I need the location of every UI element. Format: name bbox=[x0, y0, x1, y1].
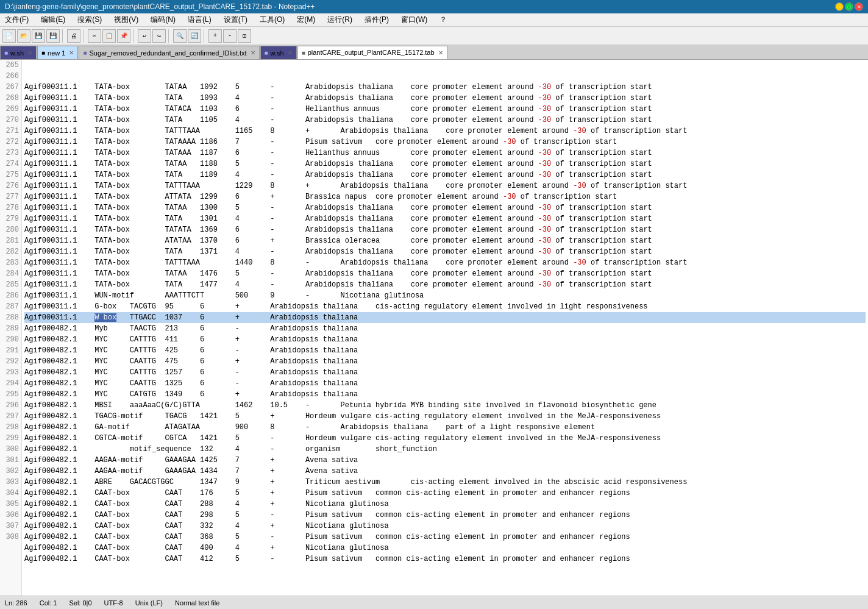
toolbar-find[interactable]: 🔍 bbox=[173, 29, 187, 43]
code-line-265[interactable]: Agif000311.1 TATA-box TATAA 1092 5 - Ara… bbox=[24, 82, 866, 93]
title-text: D:\jianfeng-gene-family\gene_promoter\pl… bbox=[5, 2, 315, 11]
tab-close[interactable]: ✕ bbox=[438, 49, 443, 56]
code-line-282[interactable]: Agif000311.1 TATA-box TATAA 1476 5 - Ara… bbox=[24, 268, 866, 279]
code-line-278[interactable]: Agif000311.1 TATA-box TATATA 1369 6 - Ar… bbox=[24, 224, 866, 235]
tab-plantcare[interactable]: ■ plantCARE_output_PlantCARE_15172.tab ✕ bbox=[297, 46, 447, 59]
code-line-294[interactable]: Agif000482.1 MBSI aaaAaaC(G/C)GTTA 1462 … bbox=[24, 400, 866, 411]
menu-item-f[interactable]: 文件(F) bbox=[2, 14, 31, 26]
menu-item-l[interactable]: 语言(L) bbox=[185, 14, 214, 26]
menu-item-e[interactable]: 编辑(E) bbox=[38, 14, 68, 26]
toolbar-print[interactable]: 🖨 bbox=[67, 29, 80, 43]
tab-wsh-2[interactable]: ■ w.sh ✕ bbox=[260, 46, 297, 59]
code-line-305[interactable]: Agif000482.1 CAAT-box CAAT 332 4 + Nicot… bbox=[24, 521, 866, 532]
code-line-273[interactable]: Agif000311.1 TATA-box TATA 1189 4 - Arab… bbox=[24, 169, 866, 180]
menu-item-n[interactable]: 编码(N) bbox=[148, 14, 178, 26]
code-line-279[interactable]: Agif000311.1 TATA-box ATATAA 1370 6 + Br… bbox=[24, 235, 866, 246]
code-line-296[interactable]: Agif000482.1 GA-motif ATAGATAA 900 8 - A… bbox=[24, 422, 866, 433]
tab-icon-shell2: ■ bbox=[265, 49, 268, 56]
code-line-295[interactable]: Agif000482.1 TGACG-motif TGACG 1421 5 + … bbox=[24, 411, 866, 422]
code-line-275[interactable]: Agif000311.1 TATA-box ATTATA 1299 6 + Br… bbox=[24, 191, 866, 202]
toolbar-copy[interactable]: 📋 bbox=[102, 29, 116, 43]
menu-item-m[interactable]: 宏(M) bbox=[294, 14, 318, 26]
menu-item-o[interactable]: 工具(O) bbox=[257, 14, 287, 26]
code-line-301[interactable]: Agif000482.1 ABRE GACACGTGGC 1347 9 + Tr… bbox=[24, 477, 866, 488]
code-line-281[interactable]: Agif000311.1 TATA-box TATTTAAA 1440 8 - … bbox=[24, 257, 866, 268]
lines-container[interactable]: 2652662672682692702712722732742752762772… bbox=[0, 60, 868, 596]
code-line-302[interactable]: Agif000482.1 CAAT-box CAAT 176 5 + Pisum… bbox=[24, 488, 866, 499]
text-area[interactable]: Agif000311.1 TATA-box TATAA 1092 5 - Ara… bbox=[22, 60, 868, 596]
code-line-274[interactable]: Agif000311.1 TATA-box TATTTAAA 1229 8 + … bbox=[24, 180, 866, 191]
menu-item-s[interactable]: 搜索(S) bbox=[75, 14, 104, 26]
code-line-285[interactable]: Agif000311.1 G-box TACGTG 95 6 + Arabido… bbox=[24, 301, 866, 312]
code-line-300[interactable]: Agif000482.1 AAGAA-motif GAAAGAA 1434 7 … bbox=[24, 466, 866, 477]
toolbar-replace[interactable]: 🔄 bbox=[188, 29, 201, 43]
line-number-295: 295 bbox=[0, 389, 21, 400]
code-line-284[interactable]: Agif000311.1 WUN-motif AAATTTCTT 500 9 -… bbox=[24, 290, 866, 301]
toolbar-new[interactable]: 📄 bbox=[2, 29, 16, 43]
menu-item-v[interactable]: 视图(V) bbox=[112, 14, 141, 26]
code-line-299[interactable]: Agif000482.1 AAGAA-motif GAAAGAA 1425 7 … bbox=[24, 455, 866, 466]
toolbar-paste[interactable]: 📌 bbox=[117, 29, 130, 43]
code-line-303[interactable]: Agif000482.1 CAAT-box CAAT 288 4 + Nicot… bbox=[24, 499, 866, 510]
code-line-266[interactable]: Agif000311.1 TATA-box TATA 1093 4 - Arab… bbox=[24, 93, 866, 104]
code-line-287[interactable]: Agif000482.1 Myb TAACTG 213 6 - Arabidop… bbox=[24, 323, 866, 334]
line-number-300: 300 bbox=[0, 444, 21, 455]
toolbar-redo[interactable]: ↪ bbox=[152, 29, 166, 43]
code-line-269[interactable]: Agif000311.1 TATA-box TATTTAAA 1165 8 + … bbox=[24, 126, 866, 137]
code-line-298[interactable]: Agif000482.1 motif_sequence 132 4 - orga… bbox=[24, 444, 866, 455]
code-line-307[interactable]: Agif000482.1 CAAT-box CAAT 400 4 + Nicot… bbox=[24, 543, 866, 554]
line-number-285: 285 bbox=[0, 279, 21, 290]
code-line-280[interactable]: Agif000311.1 TATA-box TATA 1371 4 - Arab… bbox=[24, 246, 866, 257]
menu-item-[interactable]: ？ bbox=[437, 14, 449, 26]
tab-sugar[interactable]: ■ Sugar_removed_redundant_and_confirmed_… bbox=[79, 46, 259, 59]
tab-close[interactable]: ✕ bbox=[288, 49, 293, 56]
toolbar-undo[interactable]: ↩ bbox=[138, 29, 151, 43]
code-line-268[interactable]: Agif000311.1 TATA-box TATA 1105 4 - Arab… bbox=[24, 115, 866, 126]
code-line-291[interactable]: Agif000482.1 MYC CATTTG 1257 6 - Arabido… bbox=[24, 367, 866, 378]
code-line-306[interactable]: Agif000482.1 CAAT-box CAAT 368 5 - Pisum… bbox=[24, 532, 866, 543]
code-line-292[interactable]: Agif000482.1 MYC CAATTG 1325 6 - Arabido… bbox=[24, 378, 866, 389]
code-line-289[interactable]: Agif000482.1 MYC CATTTG 425 6 - Arabidop… bbox=[24, 345, 866, 356]
menu-item-p[interactable]: 插件(P) bbox=[362, 14, 391, 26]
code-line-271[interactable]: Agif000311.1 TATA-box TATAAA 1187 6 - He… bbox=[24, 148, 866, 158]
toolbar-zoomin[interactable]: + bbox=[208, 29, 222, 43]
toolbar-save[interactable]: 💾 bbox=[32, 29, 45, 43]
close-button[interactable]: ✕ bbox=[855, 2, 863, 11]
code-line-286[interactable]: Agif000311.1 W box TTGACC 1037 6 + Arabi… bbox=[24, 312, 866, 323]
code-line-288[interactable]: Agif000482.1 MYC CATTTG 411 6 + Arabidop… bbox=[24, 334, 866, 345]
menu-item-t[interactable]: 设置(T) bbox=[221, 14, 250, 26]
tab-wsh-1[interactable]: ■ w.sh ✕ bbox=[0, 46, 37, 59]
line-number-303: 303 bbox=[0, 477, 21, 488]
code-line-308[interactable]: Agif000482.1 CAAT-box CAAT 412 5 - Pisum… bbox=[24, 554, 866, 564]
toolbar-cut[interactable]: ✂ bbox=[88, 29, 101, 43]
toolbar-zoomreset[interactable]: ⊡ bbox=[238, 29, 251, 43]
code-line-290[interactable]: Agif000482.1 MYC CAATTG 475 6 + Arabidop… bbox=[24, 356, 866, 367]
line-number-293: 293 bbox=[0, 367, 21, 378]
tab-close[interactable]: ✕ bbox=[27, 49, 32, 56]
code-line-277[interactable]: Agif000311.1 TATA-box TATA 1301 4 - Arab… bbox=[24, 213, 866, 224]
code-line-267[interactable]: Agif000311.1 TATA-box TATACA 1103 6 - He… bbox=[24, 104, 866, 115]
toolbar-sep2 bbox=[83, 29, 85, 43]
code-line-304[interactable]: Agif000482.1 CAAT-box CAAT 298 5 - Pisum… bbox=[24, 510, 866, 521]
menu-item-r[interactable]: 运行(R) bbox=[325, 14, 355, 26]
menu-item-w[interactable]: 窗口(W) bbox=[399, 14, 430, 26]
maximize-button[interactable]: □ bbox=[845, 2, 853, 11]
line-numbers: 2652662672682692702712722732742752762772… bbox=[0, 60, 22, 596]
code-line-297[interactable]: Agif000482.1 CGTCA-motif CGTCA 1421 5 - … bbox=[24, 433, 866, 444]
toolbar-zoomout[interactable]: - bbox=[223, 29, 237, 43]
line-number-290: 290 bbox=[0, 334, 21, 345]
tab-label: w.sh bbox=[271, 49, 284, 57]
tab-new1[interactable]: ■ new 1 ✕ bbox=[37, 46, 78, 59]
tab-close[interactable]: ✕ bbox=[251, 49, 255, 56]
minimize-button[interactable]: ─ bbox=[835, 2, 844, 11]
toolbar-saveall[interactable]: 💾 bbox=[46, 29, 60, 43]
code-line-272[interactable]: Agif000311.1 TATA-box TATAA 1188 5 - Ara… bbox=[24, 158, 866, 169]
line-number-265: 265 bbox=[0, 60, 21, 71]
code-line-283[interactable]: Agif000311.1 TATA-box TATA 1477 4 - Arab… bbox=[24, 279, 866, 290]
tab-icon-new: ■ bbox=[41, 49, 45, 56]
toolbar-open[interactable]: 📂 bbox=[17, 29, 30, 43]
code-line-276[interactable]: Agif000311.1 TATA-box TATAA 1300 5 - Ara… bbox=[24, 202, 866, 213]
tab-close[interactable]: ✕ bbox=[69, 49, 74, 56]
code-line-293[interactable]: Agif000482.1 MYC CATGTG 1349 6 + Arabido… bbox=[24, 389, 866, 400]
code-line-270[interactable]: Agif000311.1 TATA-box TATAAAA 1186 7 - P… bbox=[24, 137, 866, 148]
